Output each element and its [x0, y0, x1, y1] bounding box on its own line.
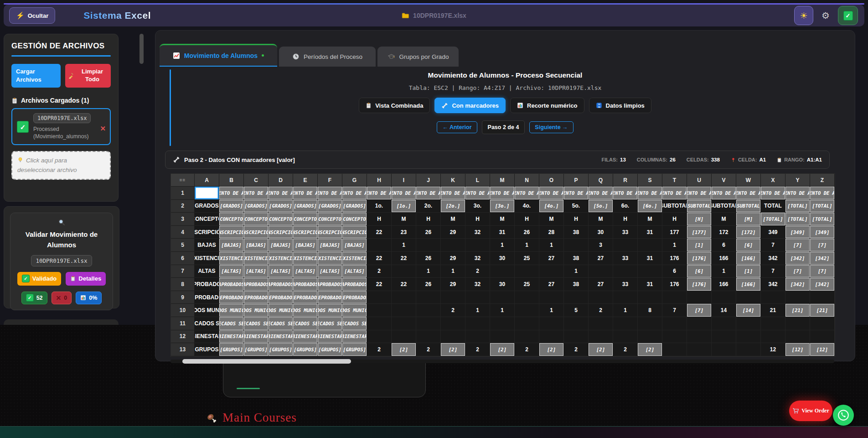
cell-X11[interactable] [761, 317, 785, 330]
cell-F13[interactable]: [GRUPOS] [318, 343, 342, 356]
cell-Q7[interactable] [589, 265, 613, 278]
cell-I4[interactable]: 23 [392, 226, 416, 239]
cell-V7[interactable]: 1 [712, 265, 736, 278]
cell-N2[interactable]: 4o. [515, 200, 539, 213]
cell-J12[interactable] [416, 330, 441, 344]
cell-D2[interactable]: [GRADOS] [269, 200, 293, 213]
cell-I9[interactable] [392, 291, 416, 304]
view-con-marcadores-button[interactable]: Con marcadores [434, 98, 506, 113]
cell-D10[interactable]: [BECADOS MUNICIPIO] [269, 304, 293, 317]
row-header-2[interactable]: 2 [171, 200, 195, 213]
cell-E5[interactable]: [BAJAS] [293, 239, 318, 252]
cell-H10[interactable] [367, 304, 392, 317]
cell-O1[interactable]: [MOVIMIENTO DE ALUMNOS] [539, 187, 564, 200]
cell-M10[interactable]: 1 [490, 304, 515, 317]
cell-W12[interactable] [736, 330, 761, 344]
upload-files-button[interactable]: Cargar Archivos [11, 64, 61, 88]
cell-U3[interactable]: [H] [687, 213, 712, 226]
next-step-button[interactable]: Siguiente → [529, 121, 573, 133]
cell-X1[interactable]: [MOVIMIENTO DE ALUMNOS] [761, 187, 785, 200]
cell-Y9[interactable] [785, 291, 810, 304]
cell-U10[interactable]: [7] [687, 304, 712, 317]
cell-X8[interactable]: 342 [761, 278, 785, 291]
cell-U2[interactable]: [SUBTOTAL] [687, 200, 712, 213]
cell-F8[interactable]: [APROBADOS] [318, 278, 342, 291]
cell-K8[interactable]: 29 [441, 278, 465, 291]
cell-H7[interactable]: 2 [367, 265, 392, 278]
column-header-S[interactable]: S [638, 174, 662, 187]
cell-M7[interactable] [490, 265, 515, 278]
cell-Z4[interactable]: [349] [810, 226, 835, 239]
cell-H8[interactable]: 22 [367, 278, 392, 291]
cell-J5[interactable] [416, 239, 441, 252]
cell-N10[interactable] [515, 304, 539, 317]
cell-J2[interactable]: 2o. [416, 200, 441, 213]
cell-N5[interactable]: 1 [515, 239, 539, 252]
column-header-Z[interactable]: Z [810, 174, 835, 187]
cell-G1[interactable]: [MOVIMIENTO DE ALUMNOS] [342, 187, 367, 200]
cell-J8[interactable]: 26 [416, 278, 441, 291]
cell-D8[interactable]: [APROBADOS] [269, 278, 293, 291]
cell-S7[interactable] [638, 265, 662, 278]
cell-P6[interactable]: 38 [564, 252, 589, 265]
cell-P3[interactable]: H [564, 213, 589, 226]
cell-Z9[interactable] [810, 291, 835, 304]
theme-toggle-button[interactable]: ☀ [794, 6, 813, 25]
cell-R13[interactable]: 2 [613, 343, 638, 356]
cell-A1[interactable] [195, 187, 219, 200]
row-header-5[interactable]: 5 [171, 239, 195, 252]
cell-C5[interactable]: [BAJAS] [244, 239, 269, 252]
cell-F7[interactable]: [ALTAS] [318, 265, 342, 278]
cell-K5[interactable] [441, 239, 465, 252]
cell-N3[interactable]: H [515, 213, 539, 226]
cell-Q6[interactable]: 27 [589, 252, 613, 265]
cell-E7[interactable]: [ALTAS] [293, 265, 318, 278]
cell-G9[interactable]: [REPROBADOS] [342, 291, 367, 304]
hide-sidebar-button[interactable]: ⚡ Ocultar [9, 7, 55, 24]
cell-L13[interactable]: 2 [465, 343, 490, 356]
cell-H6[interactable]: 22 [367, 252, 392, 265]
cell-G10[interactable]: [BECADOS MUNICIPIO] [342, 304, 367, 317]
column-header-D[interactable]: D [269, 174, 293, 187]
cell-R8[interactable]: 33 [613, 278, 638, 291]
cell-C6[interactable]: [EXISTENCIA] [244, 252, 269, 265]
cell-L1[interactable]: [MOVIMIENTO DE ALUMNOS] [465, 187, 490, 200]
cell-L11[interactable] [465, 317, 490, 330]
cell-Q13[interactable]: [2] [589, 343, 613, 356]
column-header-K[interactable]: K [441, 174, 465, 187]
cell-V10[interactable]: 14 [712, 304, 736, 317]
cell-U4[interactable]: [177] [687, 226, 712, 239]
cell-P7[interactable]: 1 [564, 265, 589, 278]
row-header-8[interactable]: 8 [171, 278, 195, 291]
cell-L2[interactable]: 3o. [465, 200, 490, 213]
cell-A11[interactable]: BECADOS SEP [195, 317, 219, 330]
cell-Q2[interactable]: [5o.] [589, 200, 613, 213]
column-header-A[interactable]: A [195, 174, 219, 187]
cell-S5[interactable] [638, 239, 662, 252]
cell-X9[interactable] [761, 291, 785, 304]
cell-X2[interactable]: TOTAL [761, 200, 785, 213]
cell-Y4[interactable]: [349] [785, 226, 810, 239]
cell-D11[interactable]: [BECADOS SEP] [269, 317, 293, 330]
cell-C11[interactable]: [BECADOS SEP] [244, 317, 269, 330]
cell-S9[interactable] [638, 291, 662, 304]
cell-A4[interactable]: INSCRIPCIÓN [195, 226, 219, 239]
cell-M9[interactable] [490, 291, 515, 304]
cell-K10[interactable]: 2 [441, 304, 465, 317]
cell-S12[interactable] [638, 330, 662, 344]
row-header-13[interactable]: 13 [171, 343, 195, 356]
cell-T1[interactable]: [MOVIMIENTO DE ALUMNOS] [662, 187, 687, 200]
cell-G8[interactable]: [APROBADOS] [342, 278, 367, 291]
cell-F9[interactable]: [REPROBADOS] [318, 291, 342, 304]
cell-T7[interactable]: 6 [662, 265, 687, 278]
cell-V8[interactable]: 166 [712, 278, 736, 291]
cell-E11[interactable]: [BECADOS SEP] [293, 317, 318, 330]
cell-C10[interactable]: [BECADOS MUNICIPIO] [244, 304, 269, 317]
column-header-Q[interactable]: Q [589, 174, 613, 187]
column-header-E[interactable]: E [293, 174, 318, 187]
vertical-scrollbar-thumb[interactable] [140, 34, 144, 64]
cell-Q1[interactable]: [MOVIMIENTO DE ALUMNOS] [589, 187, 613, 200]
cell-T11[interactable] [662, 317, 687, 330]
cell-B8[interactable]: [APROBADOS] [219, 278, 244, 291]
cell-X6[interactable]: 342 [761, 252, 785, 265]
